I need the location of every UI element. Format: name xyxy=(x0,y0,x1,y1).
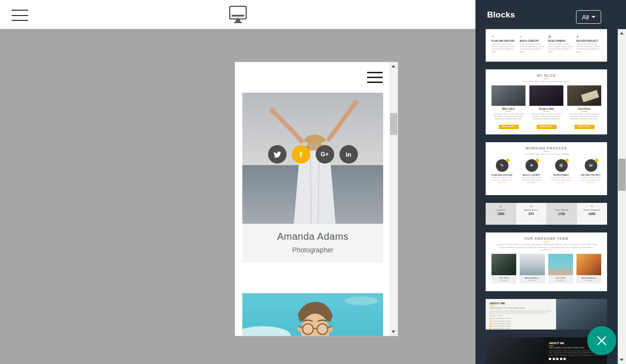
blocks-scroll-up-icon[interactable] xyxy=(618,29,626,37)
google-plus-icon[interactable]: G+ xyxy=(316,145,334,164)
blocks-panel-scrollbar[interactable] xyxy=(618,29,626,364)
block-thumbnail-team[interactable]: OUR AWESOME TEAM Lorem ipsum dolor sit a… xyxy=(486,232,607,291)
blog-photo-3 xyxy=(567,85,601,106)
blog-photo-1 xyxy=(491,85,525,106)
blocks-scrollbar-thumb[interactable] xyxy=(618,159,626,191)
about-photo-dark xyxy=(486,337,544,364)
awards-icon: ✪ xyxy=(516,205,547,208)
wand-icon: ✎ xyxy=(496,159,508,172)
chevron-down-icon xyxy=(592,16,595,18)
preview-nav-menu-icon[interactable] xyxy=(367,72,383,83)
blocks-filter-dropdown[interactable]: All xyxy=(576,10,601,24)
block-thumbnail-features[interactable]: ✎ PLAN AND DISCUSS Lorem ipsum dolor sit… xyxy=(486,29,607,62)
mobile-preview: f G+ in Amanda Adams Photographer xyxy=(235,62,398,336)
arrow-right-icon: → xyxy=(515,164,519,168)
block-thumbnail-counters[interactable]: ◉ Customers 1500 ✪ Awards Winner 574 ◔ H… xyxy=(486,203,607,225)
development-icon: ▤ xyxy=(548,35,573,38)
close-icon xyxy=(595,334,608,347)
plan-icon: ✎ xyxy=(491,35,516,38)
desktop-view-icon[interactable] xyxy=(227,4,249,27)
step-badge xyxy=(536,159,539,162)
facebook-icon[interactable]: f xyxy=(292,145,310,164)
linkedin-icon[interactable]: in xyxy=(339,145,358,164)
close-blocks-button[interactable] xyxy=(587,326,616,355)
block-thumbnail-blog[interactable]: MY BLOG Lorem ipsum dolor sit amet, cons… xyxy=(486,69,607,134)
blocks-scroll-down-icon[interactable] xyxy=(618,356,626,364)
social-icons-row: f G+ in xyxy=(242,145,383,164)
team-photo-2 xyxy=(520,254,544,275)
editor-canvas: f G+ in Amanda Adams Photographer xyxy=(0,29,475,364)
step-badge xyxy=(506,159,509,162)
blocks-scroll-area: ✎ PLAN AND DISCUSS Lorem ipsum dolor sit… xyxy=(475,29,626,364)
preview-scroll-down-icon[interactable] xyxy=(389,328,398,336)
about-photo-light xyxy=(556,299,607,330)
main-menu-button[interactable] xyxy=(12,10,28,21)
deliver-icon: ➤ xyxy=(576,35,601,38)
arrow-right-icon: → xyxy=(544,164,548,168)
profile-name: Amanda Adams xyxy=(242,231,383,242)
step-badge xyxy=(565,159,569,162)
profile-caption: Amanda Adams Photographer xyxy=(242,224,383,263)
social-dots xyxy=(549,358,602,360)
profile-role: Photographer xyxy=(242,246,383,254)
blocks-panel: Blocks All ✎ PLAN AND DISCUSS Lorem ipsu… xyxy=(475,0,626,364)
blog-photo-2 xyxy=(529,85,563,106)
flag-icon: ⚑ xyxy=(577,205,608,208)
blocks-panel-title: Blocks xyxy=(487,10,515,20)
preview-scrollbar[interactable] xyxy=(389,62,398,336)
read-more-button: READ MORE xyxy=(537,125,557,129)
blocks-panel-header: Blocks All xyxy=(475,0,626,29)
topbar xyxy=(0,0,475,29)
bulb-icon: ✦ xyxy=(525,159,538,172)
customers-icon: ◉ xyxy=(486,205,516,208)
read-more-button: READ MORE xyxy=(575,125,594,129)
step-badge xyxy=(595,159,598,162)
preview-scroll-up-icon[interactable] xyxy=(389,62,398,70)
team-photo-4 xyxy=(576,254,601,275)
block-thumbnail-about-light[interactable]: ABOUT ME I AM A HARDCORE WEB DEVELOPER L… xyxy=(486,299,607,330)
profile-photo-next xyxy=(242,293,383,336)
preview-scrollbar-thumb[interactable] xyxy=(390,113,397,135)
profile-photo-amanda: f G+ in xyxy=(242,93,383,224)
arrow-right-icon: → xyxy=(574,164,578,168)
team-photo-3 xyxy=(548,254,573,275)
clock-icon: ◔ xyxy=(546,205,577,208)
block-thumbnail-working-process[interactable]: WORKING PROCESS Lorem ipsum dolor amet, … xyxy=(486,142,607,195)
twitter-icon[interactable] xyxy=(268,145,287,164)
team-photo-1 xyxy=(491,254,516,275)
envelope-icon: ✉ xyxy=(585,159,597,172)
app-window: f G+ in Amanda Adams Photographer xyxy=(0,0,626,364)
concept-icon: ≡ xyxy=(520,35,544,38)
read-more-button: READ MORE xyxy=(499,125,519,129)
gears-icon: ⚙ xyxy=(555,159,568,172)
